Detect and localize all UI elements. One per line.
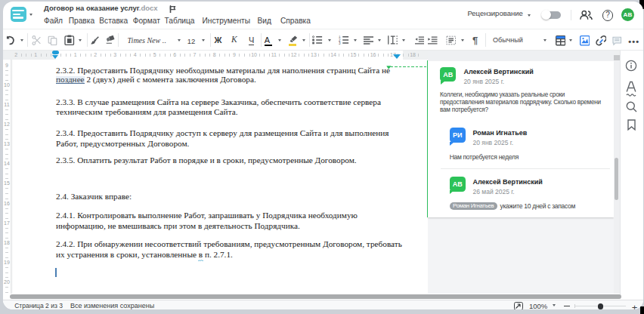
svg-text:3: 3 (339, 42, 341, 45)
